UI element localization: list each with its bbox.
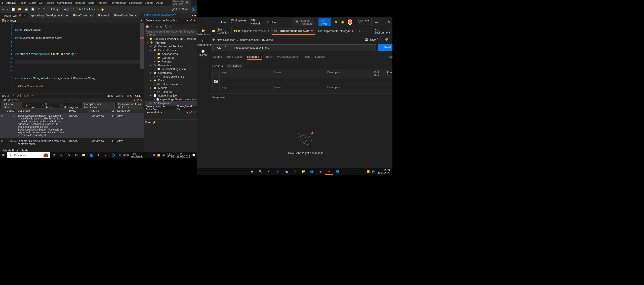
add-tab-button[interactable]: +: [356, 27, 363, 35]
navbar-dropdown-icon[interactable]: ▾: [141, 19, 142, 22]
menu-arquivo[interactable]: Arquivo: [6, 1, 16, 4]
menu-teste[interactable]: Teste: [88, 1, 94, 4]
tab-filmeapi[interactable]: FilmeApi: [96, 13, 112, 18]
clock-date[interactable]: 28/06/2023: [176, 155, 190, 158]
presets-button[interactable]: Presets ˅: [385, 70, 392, 78]
pin-icon[interactable]: 📌: [136, 99, 139, 102]
nav-explore[interactable]: Explore: [267, 21, 277, 24]
tree-item[interactable]: ▸📦FilmeApi: [145, 41, 197, 44]
tab-tests[interactable]: Tests: [304, 54, 310, 60]
monitor-icon[interactable]: 🖥: [153, 154, 155, 156]
tab-menu-button[interactable]: ⋯: [363, 27, 371, 35]
store-icon[interactable]: 🛍: [65, 152, 72, 158]
postman-search[interactable]: 🔍 Search Postman: [293, 18, 314, 26]
collapse-icon[interactable]: ⊟: [155, 25, 158, 28]
task-view-icon[interactable]: ⊓: [265, 168, 273, 175]
menu-compilacao[interactable]: Compilação: [57, 1, 72, 4]
tray-up-icon[interactable]: ˄: [363, 170, 365, 173]
live-share-button[interactable]: 🔗 Live Share: [172, 8, 189, 11]
solexp-search[interactable]: Pesquisar em Gerenciador de Soluções (Ct…: [145, 30, 197, 36]
url-input[interactable]: https://localhost:7150/filme/1: [231, 44, 376, 51]
sync-icon[interactable]: ↺: [12, 94, 14, 97]
postman-icon[interactable]: ●: [102, 152, 109, 158]
close-icon[interactable]: ✕: [193, 19, 196, 22]
menu-editar[interactable]: Editar: [19, 1, 26, 4]
clock-date[interactable]: 28/06/2023: [377, 172, 390, 174]
line-ending[interactable]: CRLF: [135, 94, 142, 97]
tab-post-request[interactable]: POST https://localhost:7150/: [232, 27, 272, 35]
menu-depurar[interactable]: Depurar: [75, 1, 85, 4]
tab-settings[interactable]: Settings: [315, 54, 325, 60]
build-filter-combo[interactable]: Compilação + IntelliSens: [83, 102, 115, 109]
vs-icon[interactable]: ◆: [317, 168, 324, 175]
menu-ferramentas[interactable]: Ferramentas: [110, 1, 126, 4]
pin-icon[interactable]: 📌: [189, 111, 193, 114]
taskbar-search[interactable]: 🔍 Pesquisar 💼: [7, 152, 50, 158]
col-desc[interactable]: Descrição: [17, 109, 66, 113]
tab-program-cs[interactable]: Program.cs 📌 ✕: [0, 13, 28, 18]
vs-icon[interactable]: ◆: [95, 152, 102, 158]
nav-workspaces[interactable]: Workspaces ˅: [231, 19, 246, 25]
error-search[interactable]: Pesquisar na Lista de Erros: [117, 102, 143, 109]
tab-filmecontroller[interactable]: FilmeController.cs: [112, 13, 139, 18]
breadcrumb-name[interactable]: https://localhost:7150/filme: [240, 38, 273, 41]
key-input[interactable]: [220, 78, 272, 84]
nav-api-network[interactable]: API Network ˅: [251, 19, 263, 25]
run-button[interactable]: ▶ FilmeApi ▾: [79, 8, 95, 11]
col-project[interactable]: Projeto: [66, 109, 89, 113]
code-editor[interactable]: 1234567891011121314151617181920212223242…: [0, 23, 144, 93]
sidebar-collections[interactable]: 📁Collections: [197, 29, 210, 36]
menu-git[interactable]: Git: [39, 1, 43, 4]
menu-icon[interactable]: ☰: [200, 20, 202, 24]
start-button[interactable]: ⊞: [248, 168, 256, 175]
chrome-icon[interactable]: 🌐: [334, 168, 341, 175]
key-input[interactable]: Key: [220, 84, 272, 90]
undo-icon[interactable]: ↶: [37, 8, 41, 11]
menu-extensoes[interactable]: Extensões: [129, 1, 142, 4]
send-button[interactable]: Send ˅: [378, 44, 392, 51]
tree-item[interactable]: ▸📄launchSettings.json: [145, 67, 197, 71]
nav-home[interactable]: Home: [220, 21, 227, 24]
saveall-icon[interactable]: 💾: [30, 8, 35, 11]
tree-item[interactable]: ▸🔧Properties: [145, 63, 197, 67]
avatar[interactable]: [348, 19, 352, 25]
back-icon[interactable]: ◀: [1, 8, 5, 11]
home-icon[interactable]: 🏠: [145, 25, 150, 28]
close-tab-icon[interactable]: ✕: [23, 14, 25, 17]
wifi-icon[interactable]: 📶: [157, 154, 160, 156]
editor-scrollbar[interactable]: [140, 23, 144, 93]
scope-combo[interactable]: Solução Inteira: [1, 102, 22, 109]
postman-icon[interactable]: ●: [325, 168, 333, 175]
tree-item[interactable]: ▸🔗Connected Services: [145, 44, 197, 48]
tray-up-icon[interactable]: ˄: [149, 154, 151, 156]
close-icon[interactable]: ✕: [193, 111, 196, 114]
search-icon[interactable]: 🔍: [257, 168, 264, 175]
whats-new-link[interactable]: Quais são as Novidades?: [142, 13, 178, 18]
tab-error-list[interactable]: Lista de Erros: [2, 149, 19, 152]
redo-icon[interactable]: ↷: [42, 8, 46, 11]
errors-filter[interactable]: ⊘ 2 Erros: [24, 102, 38, 109]
wifi-icon[interactable]: 📶: [367, 170, 370, 173]
forward-icon[interactable]: ▸: [6, 8, 9, 11]
tree-item[interactable]: ▸C#Filme.cs: [145, 90, 197, 93]
error-row[interactable]: ⊘ CS0103 O nome "ServerVersion" não exis…: [0, 138, 144, 147]
col-line[interactable]: Li...: [111, 109, 116, 113]
save-icon[interactable]: 💾: [24, 8, 29, 11]
weather-icon[interactable]: ☀: [119, 154, 121, 156]
tree-item[interactable]: ▸📁Analisadores: [145, 52, 197, 56]
value-input[interactable]: [272, 78, 325, 84]
tree-item[interactable]: ▸📄appsettings.Development.json: [145, 97, 197, 101]
hot-reload-icon[interactable]: 🔥: [100, 8, 105, 11]
hidden-headers-button[interactable]: 👁 6 hidden: [226, 64, 243, 68]
tab-authorization[interactable]: Authorization: [226, 54, 243, 60]
tree-item[interactable]: ▸C#Program.cs: [145, 101, 197, 105]
notifications-icon[interactable]: 🔔: [341, 20, 344, 24]
tree-item[interactable]: ▸📁Controllers: [145, 71, 197, 75]
indent-type[interactable]: SPC: [127, 94, 132, 97]
close-icon[interactable]: ✕: [140, 99, 142, 102]
tree-solution[interactable]: ▸📁Solução 'FilmeApi' (1 de 1 projeto): [145, 37, 197, 41]
breadcrumb-collection[interactable]: New Collection: [217, 38, 235, 41]
bulk-edit-button[interactable]: Bulk Edit: [372, 70, 385, 78]
invite-button[interactable]: 👥 Invite: [318, 18, 331, 26]
description-input[interactable]: [325, 78, 392, 84]
